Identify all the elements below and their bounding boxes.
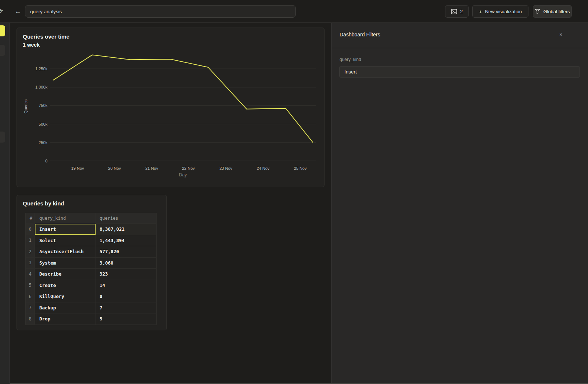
panel-divider — [331, 48, 588, 48]
filters-panel-title: Dashboard Filters — [340, 32, 380, 37]
table-row[interactable]: 5Create14 — [26, 280, 156, 291]
dashboard-canvas: Queries over time 1 week 0250k500k750k1 … — [10, 23, 331, 384]
query-kind-cell[interactable]: Drop — [35, 313, 96, 325]
table-header-row: #query_kindqueries — [26, 213, 156, 224]
x-tick-label: 24 Nov — [257, 166, 269, 171]
row-index-cell[interactable]: 2 — [26, 246, 35, 258]
x-tick-label: 19 Nov — [71, 166, 84, 171]
sql-console-icon — [451, 9, 457, 14]
row-index-cell[interactable]: 3 — [26, 258, 35, 269]
x-tick-label: 23 Nov — [219, 166, 232, 171]
table-title: Queries by kind — [23, 200, 64, 207]
queries-count-cell[interactable]: 14 — [96, 280, 156, 291]
table-row[interactable]: 2AsyncInsertFlush577,820 — [26, 246, 156, 258]
y-tick-label: 1 250k — [35, 67, 48, 71]
row-index-cell[interactable]: 8 — [26, 313, 35, 325]
plus-icon: + — [479, 8, 482, 15]
x-tick-label: 21 Nov — [145, 166, 158, 171]
col-header-query-kind[interactable]: query_kind — [35, 213, 96, 224]
queries-count-cell[interactable]: 5 — [96, 313, 156, 325]
table-row[interactable]: 1Select1,443,894 — [26, 235, 156, 247]
queries-count-cell[interactable]: 1,443,894 — [96, 235, 156, 247]
console-count: 2 — [460, 9, 463, 14]
row-index-cell[interactable]: 0 — [26, 224, 35, 235]
y-tick-label: 250k — [39, 140, 47, 145]
sql-console-button[interactable]: 2 — [445, 5, 469, 18]
sidebar-item-3[interactable] — [0, 132, 5, 143]
queries-over-time-chart: 0250k500k750k1 000k1 250k19 Nov20 Nov21 … — [17, 28, 325, 187]
left-sidebar-rail — [0, 23, 10, 384]
query-kind-field-label: query_kind — [340, 57, 361, 62]
x-tick-label: 22 Nov — [182, 166, 195, 171]
dashboard-filters-panel: Dashboard Filters × query_kind — [331, 23, 588, 384]
y-tick-label: 1 000k — [35, 85, 48, 89]
queries-by-kind-card[interactable]: Queries by kind #query_kindqueries0Inser… — [17, 195, 167, 330]
queries-count-cell[interactable]: 8,307,021 — [96, 224, 156, 235]
queries-by-kind-table: #query_kindqueries0Insert8,307,0211Selec… — [25, 213, 157, 325]
refresh-icon[interactable]: ⟳ — [0, 7, 3, 15]
row-index-cell[interactable]: 4 — [26, 269, 35, 280]
queries-count-cell[interactable]: 7 — [96, 302, 156, 314]
row-index-cell[interactable]: 7 — [26, 302, 35, 314]
table-row[interactable]: 6KillQuery8 — [26, 291, 156, 302]
query-kind-cell[interactable]: Describe — [35, 269, 96, 280]
query-kind-cell[interactable]: Backup — [35, 302, 96, 314]
row-index-cell[interactable]: 5 — [26, 280, 35, 291]
query-kind-cell[interactable]: System — [35, 258, 96, 269]
queries-count-cell[interactable]: 3,060 — [96, 258, 156, 269]
row-index-cell[interactable]: 1 — [26, 235, 35, 247]
row-index-cell[interactable]: 6 — [26, 291, 35, 302]
global-filters-label: Global filters — [543, 9, 570, 14]
y-tick-label: 750k — [39, 103, 47, 108]
new-visualization-label: New visualization — [485, 9, 522, 14]
sidebar-item-2[interactable] — [0, 45, 5, 56]
query-kind-cell[interactable]: Create — [35, 280, 96, 291]
dashboard-title-input[interactable] — [25, 5, 296, 18]
global-filters-button[interactable]: Global filters — [533, 5, 572, 18]
query-kind-cell[interactable]: KillQuery — [35, 291, 96, 302]
query-kind-filter-input[interactable] — [339, 66, 580, 78]
queries-line-series — [53, 55, 313, 142]
queries-count-cell[interactable]: 323 — [96, 269, 156, 280]
table-row[interactable]: 3System3,060 — [26, 258, 156, 269]
x-tick-label: 25 Nov — [294, 166, 307, 171]
query-kind-cell[interactable]: AsyncInsertFlush — [35, 246, 96, 258]
x-axis-title: Day — [179, 172, 187, 177]
back-button[interactable]: ← — [14, 7, 22, 15]
x-tick-label: 20 Nov — [108, 166, 121, 171]
table-row[interactable]: 8Drop5 — [26, 313, 156, 325]
new-visualization-button[interactable]: + New visualization — [472, 5, 528, 18]
y-tick-label: 500k — [39, 122, 47, 126]
query-kind-cell[interactable]: Insert — [35, 224, 96, 235]
funnel-filter-icon — [535, 9, 540, 14]
table-row[interactable]: 7Backup7 — [26, 302, 156, 314]
top-bar: ⟳ ← 2 + New visualization Global filters — [0, 0, 588, 23]
queries-over-time-card[interactable]: Queries over time 1 week 0250k500k750k1 … — [17, 28, 325, 187]
col-header-queries[interactable]: queries — [96, 213, 156, 224]
col-header-index[interactable]: # — [26, 213, 35, 224]
sidebar-item-active-dashboard[interactable] — [0, 25, 5, 36]
close-icon[interactable]: × — [557, 31, 564, 38]
y-tick-label: 0 — [45, 159, 47, 163]
y-axis-title: Queries — [24, 99, 28, 114]
query-kind-cell[interactable]: Select — [35, 235, 96, 247]
table-row[interactable]: 4Describe323 — [26, 269, 156, 280]
queries-count-cell[interactable]: 8 — [96, 291, 156, 302]
queries-count-cell[interactable]: 577,820 — [96, 246, 156, 258]
table-row[interactable]: 0Insert8,307,021 — [26, 224, 156, 235]
